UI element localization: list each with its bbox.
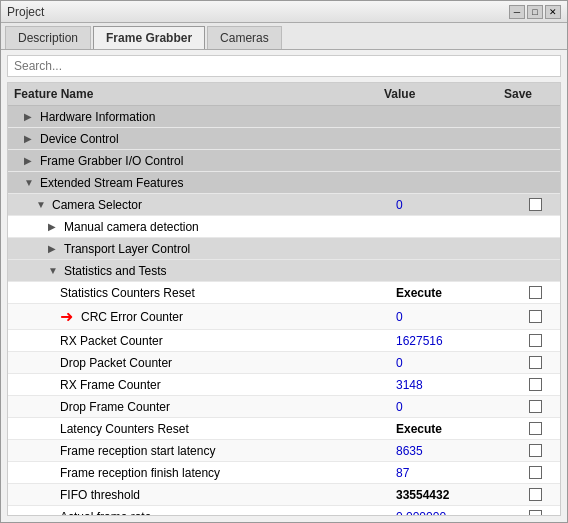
feature-name: ➜ CRC Error Counter — [8, 304, 390, 329]
list-item[interactable]: ▶ Frame Grabber I/O Control — [8, 150, 560, 172]
feature-name: ▼ Statistics and Tests — [8, 261, 390, 281]
expand-icon[interactable]: ▶ — [24, 111, 36, 123]
feature-name: Frame reception start latency — [8, 441, 390, 461]
save-checkbox[interactable] — [529, 400, 542, 413]
tab-description[interactable]: Description — [5, 26, 91, 49]
save-checkbox[interactable] — [529, 466, 542, 479]
title-bar: Project ─ □ ✕ — [1, 1, 567, 23]
feature-value — [390, 224, 510, 230]
save-checkbox[interactable] — [529, 444, 542, 457]
table-header: Feature Name Value Save — [8, 83, 560, 106]
maximize-button[interactable]: □ — [527, 5, 543, 19]
save-cell — [510, 114, 560, 120]
save-cell — [510, 283, 560, 302]
feature-value[interactable]: 0 — [390, 307, 510, 327]
list-item[interactable]: ▶ Hardware Information — [8, 106, 560, 128]
list-item[interactable]: RX Packet Counter 1627516 — [8, 330, 560, 352]
list-item[interactable]: Statistics Counters Reset Execute — [8, 282, 560, 304]
save-checkbox[interactable] — [529, 510, 542, 516]
search-input[interactable] — [7, 55, 561, 77]
list-item[interactable]: RX Frame Counter 3148 — [8, 374, 560, 396]
save-cell — [510, 224, 560, 230]
expand-icon[interactable]: ▼ — [36, 199, 48, 211]
feature-value — [390, 158, 510, 164]
feature-name: RX Frame Counter — [8, 375, 390, 395]
feature-value[interactable]: 0 — [390, 353, 510, 373]
list-item[interactable]: ▶ Transport Layer Control — [8, 238, 560, 260]
tab-bar: Description Frame Grabber Cameras — [1, 23, 567, 50]
list-item[interactable]: Frame reception start latency 8635 — [8, 440, 560, 462]
feature-name: ▶ Frame Grabber I/O Control — [8, 151, 390, 171]
feature-value[interactable]: 0.000000 — [390, 507, 510, 517]
window-title: Project — [7, 5, 44, 19]
expand-icon[interactable]: ▶ — [24, 155, 36, 167]
feature-value — [390, 136, 510, 142]
list-item[interactable]: Drop Packet Counter 0 — [8, 352, 560, 374]
save-cell — [510, 485, 560, 504]
feature-table: Feature Name Value Save ▶ Hardware Infor… — [7, 82, 561, 516]
save-cell — [510, 158, 560, 164]
list-item[interactable]: ▶ Manual camera detection — [8, 216, 560, 238]
feature-value — [390, 268, 510, 274]
list-item[interactable]: ➜ CRC Error Counter 0 — [8, 304, 560, 330]
feature-value — [390, 180, 510, 186]
save-checkbox[interactable] — [529, 198, 542, 211]
save-cell — [510, 353, 560, 372]
minimize-button[interactable]: ─ — [509, 5, 525, 19]
save-checkbox[interactable] — [529, 356, 542, 369]
list-item[interactable]: ▶ Device Control — [8, 128, 560, 150]
list-item[interactable]: ▼ Extended Stream Features — [8, 172, 560, 194]
save-checkbox[interactable] — [529, 378, 542, 391]
save-cell — [510, 419, 560, 438]
search-bar — [1, 50, 567, 82]
save-cell — [510, 268, 560, 274]
feature-name: Drop Packet Counter — [8, 353, 390, 373]
project-window: Project ─ □ ✕ Description Frame Grabber … — [0, 0, 568, 523]
expand-icon[interactable]: ▼ — [48, 265, 60, 277]
expand-icon[interactable]: ▶ — [48, 221, 60, 233]
save-cell — [510, 246, 560, 252]
save-checkbox[interactable] — [529, 334, 542, 347]
feature-value[interactable]: 1627516 — [390, 331, 510, 351]
save-checkbox[interactable] — [529, 286, 542, 299]
feature-value[interactable]: Execute — [390, 419, 510, 439]
close-button[interactable]: ✕ — [545, 5, 561, 19]
feature-name: Latency Counters Reset — [8, 419, 390, 439]
feature-name: ▶ Device Control — [8, 129, 390, 149]
feature-value[interactable]: 0 — [390, 195, 510, 215]
save-cell — [510, 441, 560, 460]
feature-value[interactable]: 0 — [390, 397, 510, 417]
window-controls: ─ □ ✕ — [509, 5, 561, 19]
expand-icon[interactable]: ▶ — [24, 133, 36, 145]
list-item[interactable]: Frame reception finish latency 87 — [8, 462, 560, 484]
list-item[interactable]: ▼ Camera Selector 0 — [8, 194, 560, 216]
feature-name: Drop Frame Counter — [8, 397, 390, 417]
save-checkbox[interactable] — [529, 310, 542, 323]
save-cell — [510, 331, 560, 350]
feature-value — [390, 114, 510, 120]
feature-value[interactable]: 87 — [390, 463, 510, 483]
list-item[interactable]: Latency Counters Reset Execute — [8, 418, 560, 440]
feature-value[interactable]: 33554432 — [390, 485, 510, 505]
feature-value[interactable]: 8635 — [390, 441, 510, 461]
col-save: Save — [504, 87, 554, 101]
feature-name: Actual frame rate — [8, 507, 390, 517]
tab-frame-grabber[interactable]: Frame Grabber — [93, 26, 205, 49]
arrow-icon: ➜ — [60, 307, 73, 326]
list-item[interactable]: Drop Frame Counter 0 — [8, 396, 560, 418]
list-item[interactable]: Actual frame rate 0.000000 — [8, 506, 560, 516]
feature-name: ▶ Manual camera detection — [8, 217, 390, 237]
tab-cameras[interactable]: Cameras — [207, 26, 282, 49]
feature-value[interactable]: 3148 — [390, 375, 510, 395]
save-cell — [510, 375, 560, 394]
list-item[interactable]: FIFO threshold 33554432 — [8, 484, 560, 506]
save-cell — [510, 463, 560, 482]
expand-icon[interactable]: ▼ — [24, 177, 36, 189]
feature-name: FIFO threshold — [8, 485, 390, 505]
feature-name: ▼ Extended Stream Features — [8, 173, 390, 193]
expand-icon[interactable]: ▶ — [48, 243, 60, 255]
list-item[interactable]: ▼ Statistics and Tests — [8, 260, 560, 282]
save-checkbox[interactable] — [529, 488, 542, 501]
feature-value[interactable]: Execute — [390, 283, 510, 303]
save-checkbox[interactable] — [529, 422, 542, 435]
